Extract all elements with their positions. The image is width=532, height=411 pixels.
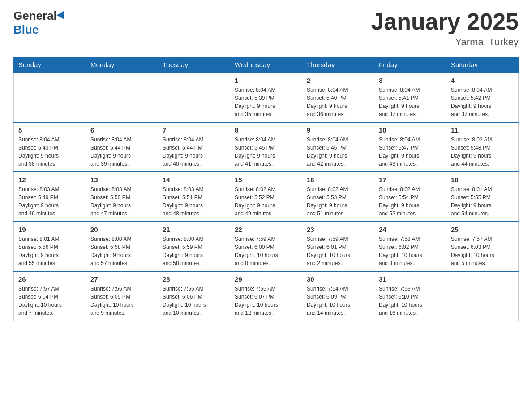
table-row: 6Sunrise: 8:04 AM Sunset: 5:44 PM Daylig…: [86, 122, 158, 172]
calendar-week-row: 12Sunrise: 8:03 AM Sunset: 5:49 PM Dayli…: [14, 172, 519, 222]
table-row: 13Sunrise: 8:03 AM Sunset: 5:50 PM Dayli…: [86, 172, 158, 222]
calendar-week-row: 26Sunrise: 7:57 AM Sunset: 6:04 PM Dayli…: [14, 271, 519, 321]
table-row: [86, 73, 158, 122]
day-info: Sunrise: 7:59 AM Sunset: 6:00 PM Dayligh…: [235, 235, 297, 267]
day-number: 16: [307, 176, 369, 184]
title-section: January 2025 Yarma, Turkey: [371, 9, 519, 48]
logo-general-text: General: [13, 9, 57, 23]
day-info: Sunrise: 8:03 AM Sunset: 5:49 PM Dayligh…: [18, 185, 81, 218]
day-number: 17: [379, 176, 442, 184]
table-row: [14, 73, 86, 122]
table-row: 31Sunrise: 7:53 AM Sunset: 6:10 PM Dayli…: [374, 271, 446, 321]
day-info: Sunrise: 8:02 AM Sunset: 5:54 PM Dayligh…: [379, 185, 442, 218]
day-number: 24: [379, 226, 442, 233]
day-info: Sunrise: 8:04 AM Sunset: 5:42 PM Dayligh…: [451, 86, 514, 118]
table-row: 9Sunrise: 8:04 AM Sunset: 5:46 PM Daylig…: [302, 122, 374, 172]
table-row: 8Sunrise: 8:04 AM Sunset: 5:45 PM Daylig…: [230, 122, 302, 172]
day-info: Sunrise: 8:04 AM Sunset: 5:44 PM Dayligh…: [90, 136, 153, 168]
day-info: Sunrise: 7:56 AM Sunset: 6:05 PM Dayligh…: [90, 285, 153, 317]
table-row: 15Sunrise: 8:02 AM Sunset: 5:52 PM Dayli…: [230, 172, 302, 222]
day-number: 7: [163, 126, 225, 134]
table-row: [158, 73, 230, 122]
table-row: 17Sunrise: 8:02 AM Sunset: 5:54 PM Dayli…: [374, 172, 446, 222]
day-number: 9: [307, 126, 369, 134]
table-row: 21Sunrise: 8:00 AM Sunset: 5:59 PM Dayli…: [158, 222, 230, 271]
table-row: 5Sunrise: 8:04 AM Sunset: 5:43 PM Daylig…: [14, 122, 86, 172]
day-number: 29: [235, 275, 297, 283]
table-row: 25Sunrise: 7:57 AM Sunset: 6:03 PM Dayli…: [446, 222, 519, 271]
table-row: 23Sunrise: 7:59 AM Sunset: 6:01 PM Dayli…: [302, 222, 374, 271]
table-row: 3Sunrise: 8:04 AM Sunset: 5:41 PM Daylig…: [374, 73, 446, 122]
day-number: 21: [163, 226, 225, 233]
day-info: Sunrise: 8:04 AM Sunset: 5:46 PM Dayligh…: [307, 136, 369, 168]
day-info: Sunrise: 8:00 AM Sunset: 5:59 PM Dayligh…: [163, 235, 225, 267]
table-row: [446, 271, 519, 321]
day-number: 25: [451, 226, 514, 233]
calendar-header-row: Sunday Monday Tuesday Wednesday Thursday…: [14, 57, 519, 73]
day-number: 6: [90, 126, 153, 134]
day-number: 15: [235, 176, 297, 184]
day-info: Sunrise: 8:04 AM Sunset: 5:45 PM Dayligh…: [235, 136, 297, 168]
day-number: 19: [18, 226, 81, 233]
logo-arrow-icon: [56, 11, 68, 21]
day-number: 10: [379, 126, 442, 134]
col-friday: Friday: [374, 57, 446, 73]
day-number: 3: [379, 77, 442, 84]
day-info: Sunrise: 8:01 AM Sunset: 5:55 PM Dayligh…: [451, 185, 514, 218]
calendar-week-row: 5Sunrise: 8:04 AM Sunset: 5:43 PM Daylig…: [14, 122, 519, 172]
day-number: 22: [235, 226, 297, 233]
col-thursday: Thursday: [302, 57, 374, 73]
day-info: Sunrise: 8:04 AM Sunset: 5:41 PM Dayligh…: [379, 86, 442, 118]
day-number: 12: [18, 176, 81, 184]
day-number: 28: [163, 275, 225, 283]
day-info: Sunrise: 7:58 AM Sunset: 6:02 PM Dayligh…: [379, 235, 442, 267]
day-info: Sunrise: 8:02 AM Sunset: 5:52 PM Dayligh…: [235, 185, 297, 218]
day-number: 31: [379, 275, 442, 283]
day-info: Sunrise: 7:55 AM Sunset: 6:07 PM Dayligh…: [235, 285, 297, 317]
table-row: 22Sunrise: 7:59 AM Sunset: 6:00 PM Dayli…: [230, 222, 302, 271]
table-row: 27Sunrise: 7:56 AM Sunset: 6:05 PM Dayli…: [86, 271, 158, 321]
day-info: Sunrise: 8:00 AM Sunset: 5:58 PM Dayligh…: [90, 235, 153, 267]
calendar-week-row: 1Sunrise: 8:04 AM Sunset: 5:39 PM Daylig…: [14, 73, 519, 122]
day-info: Sunrise: 8:04 AM Sunset: 5:47 PM Dayligh…: [379, 136, 442, 168]
day-info: Sunrise: 7:54 AM Sunset: 6:09 PM Dayligh…: [307, 285, 369, 317]
day-info: Sunrise: 8:01 AM Sunset: 5:56 PM Dayligh…: [18, 235, 81, 267]
month-title: January 2025: [371, 9, 519, 34]
day-info: Sunrise: 7:59 AM Sunset: 6:01 PM Dayligh…: [307, 235, 369, 267]
col-saturday: Saturday: [446, 57, 519, 73]
table-row: 7Sunrise: 8:04 AM Sunset: 5:44 PM Daylig…: [158, 122, 230, 172]
logo-blue-text: Blue: [13, 23, 39, 37]
calendar-table: Sunday Monday Tuesday Wednesday Thursday…: [13, 57, 519, 321]
day-number: 11: [451, 126, 514, 134]
day-info: Sunrise: 8:02 AM Sunset: 5:53 PM Dayligh…: [307, 185, 369, 218]
day-number: 8: [235, 126, 297, 134]
table-row: 29Sunrise: 7:55 AM Sunset: 6:07 PM Dayli…: [230, 271, 302, 321]
table-row: 16Sunrise: 8:02 AM Sunset: 5:53 PM Dayli…: [302, 172, 374, 222]
table-row: 20Sunrise: 8:00 AM Sunset: 5:58 PM Dayli…: [86, 222, 158, 271]
location-label: Yarma, Turkey: [371, 36, 519, 48]
day-info: Sunrise: 7:57 AM Sunset: 6:03 PM Dayligh…: [451, 235, 514, 267]
day-info: Sunrise: 8:03 AM Sunset: 5:48 PM Dayligh…: [451, 136, 514, 168]
day-number: 18: [451, 176, 514, 184]
day-info: Sunrise: 8:03 AM Sunset: 5:51 PM Dayligh…: [163, 185, 225, 218]
day-number: 5: [18, 126, 81, 134]
day-number: 30: [307, 275, 369, 283]
table-row: 18Sunrise: 8:01 AM Sunset: 5:55 PM Dayli…: [446, 172, 519, 222]
day-number: 14: [163, 176, 225, 184]
day-number: 13: [90, 176, 153, 184]
day-info: Sunrise: 8:04 AM Sunset: 5:40 PM Dayligh…: [307, 86, 369, 118]
table-row: 28Sunrise: 7:55 AM Sunset: 6:06 PM Dayli…: [158, 271, 230, 321]
day-number: 4: [451, 77, 514, 84]
day-number: 2: [307, 77, 369, 84]
day-info: Sunrise: 7:57 AM Sunset: 6:04 PM Dayligh…: [18, 285, 81, 317]
col-monday: Monday: [86, 57, 158, 73]
day-number: 26: [18, 275, 81, 283]
day-number: 23: [307, 226, 369, 233]
table-row: 12Sunrise: 8:03 AM Sunset: 5:49 PM Dayli…: [14, 172, 86, 222]
table-row: 24Sunrise: 7:58 AM Sunset: 6:02 PM Dayli…: [374, 222, 446, 271]
day-number: 20: [90, 226, 153, 233]
table-row: 14Sunrise: 8:03 AM Sunset: 5:51 PM Dayli…: [158, 172, 230, 222]
day-info: Sunrise: 8:04 AM Sunset: 5:43 PM Dayligh…: [18, 136, 81, 168]
col-tuesday: Tuesday: [158, 57, 230, 73]
table-row: 4Sunrise: 8:04 AM Sunset: 5:42 PM Daylig…: [446, 73, 519, 122]
